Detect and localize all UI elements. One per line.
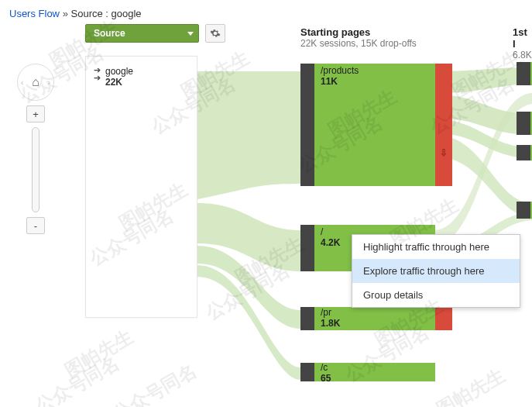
node-count: 1.8K (321, 318, 340, 329)
node-path: /c (321, 362, 331, 373)
node-count: 11K (321, 76, 359, 87)
settings-button[interactable] (205, 24, 225, 43)
breadcrumb-current: Source : google (71, 8, 142, 19)
breadcrumb-root[interactable]: Users Flow (9, 8, 60, 19)
dropoff-arrow-icon: ⇩ (440, 147, 448, 158)
chevron-down-icon (187, 32, 194, 36)
dimension-dropdown-label: Source (94, 28, 125, 39)
breadcrumb-sep: » (63, 8, 68, 19)
column-title: Starting pages (300, 26, 417, 38)
node-count: 65 (321, 373, 331, 384)
node-path: / (321, 226, 340, 237)
menu-explore-traffic[interactable]: Explore traffic through here (352, 259, 520, 283)
context-menu: Highlight traffic through here Explore t… (352, 234, 520, 308)
column-subtitle: 22K sessions, 15K drop-offs (300, 38, 417, 49)
dimension-dropdown[interactable]: Source (85, 24, 199, 43)
node-count: 4.2K (321, 237, 340, 248)
node-path: /products (321, 65, 359, 76)
menu-highlight-traffic[interactable]: Highlight traffic through here (352, 235, 520, 259)
column-title: 1st I (513, 26, 532, 50)
column-header-starting: Starting pages 22K sessions, 15K drop-of… (300, 26, 417, 49)
menu-group-details[interactable]: Group details (352, 283, 520, 307)
node-path: /pr (321, 307, 340, 318)
gear-icon (210, 28, 221, 39)
